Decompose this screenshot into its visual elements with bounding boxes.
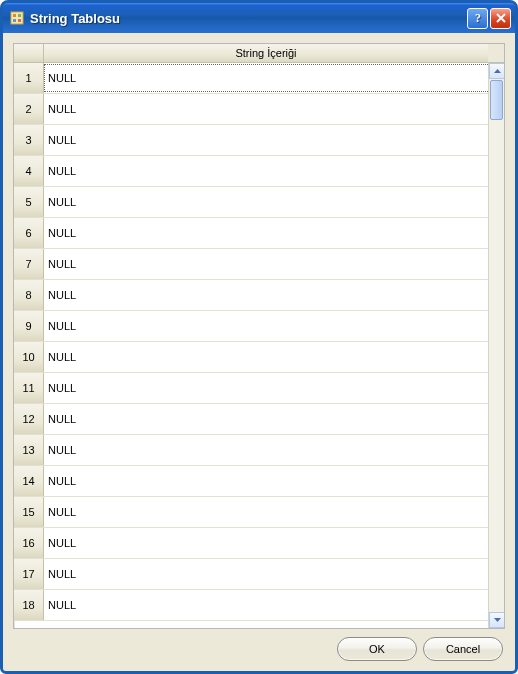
table-row[interactable]: 11NULL bbox=[14, 373, 488, 404]
table-row[interactable]: 3NULL bbox=[14, 125, 488, 156]
cell-value[interactable]: NULL bbox=[44, 528, 488, 558]
row-header[interactable]: 4 bbox=[14, 156, 44, 186]
cell-value[interactable]: NULL bbox=[44, 497, 488, 527]
svg-rect-2 bbox=[18, 14, 21, 17]
table-row[interactable]: 16NULL bbox=[14, 528, 488, 559]
cell-value[interactable]: NULL bbox=[44, 94, 488, 124]
scroll-up-button[interactable] bbox=[489, 63, 504, 79]
window-title: String Tablosu bbox=[30, 11, 467, 26]
cell-value[interactable]: NULL bbox=[44, 404, 488, 434]
table-row[interactable]: 15NULL bbox=[14, 497, 488, 528]
cell-value[interactable]: NULL bbox=[44, 156, 488, 186]
cell-value[interactable]: NULL bbox=[44, 466, 488, 496]
scroll-thumb[interactable] bbox=[490, 80, 503, 120]
row-header[interactable]: 1 bbox=[14, 63, 44, 93]
cell-value[interactable]: NULL bbox=[44, 218, 488, 248]
svg-rect-1 bbox=[13, 14, 16, 17]
row-header[interactable]: 13 bbox=[14, 435, 44, 465]
cell-value[interactable]: NULL bbox=[44, 187, 488, 217]
table-row[interactable]: 1NULL bbox=[14, 63, 488, 94]
row-header[interactable]: 6 bbox=[14, 218, 44, 248]
table-row[interactable]: 10NULL bbox=[14, 342, 488, 373]
cell-value[interactable]: NULL bbox=[44, 435, 488, 465]
row-header[interactable]: 2 bbox=[14, 94, 44, 124]
row-header[interactable]: 8 bbox=[14, 280, 44, 310]
titlebar[interactable]: String Tablosu ? bbox=[3, 3, 515, 33]
row-header[interactable]: 18 bbox=[14, 590, 44, 620]
close-button[interactable] bbox=[490, 8, 511, 29]
row-header[interactable]: 3 bbox=[14, 125, 44, 155]
cancel-button[interactable]: Cancel bbox=[423, 637, 503, 661]
app-icon bbox=[9, 10, 25, 26]
table-row[interactable]: 7NULL bbox=[14, 249, 488, 280]
table-row[interactable]: 17NULL bbox=[14, 559, 488, 590]
table-row[interactable]: 8NULL bbox=[14, 280, 488, 311]
row-header[interactable]: 5 bbox=[14, 187, 44, 217]
svg-rect-4 bbox=[18, 19, 21, 22]
row-header[interactable]: 16 bbox=[14, 528, 44, 558]
row-header[interactable]: 7 bbox=[14, 249, 44, 279]
cell-value[interactable]: NULL bbox=[44, 342, 488, 372]
row-header[interactable]: 11 bbox=[14, 373, 44, 403]
svg-text:?: ? bbox=[475, 12, 481, 24]
cell-value[interactable]: NULL bbox=[44, 280, 488, 310]
table-row[interactable]: 2NULL bbox=[14, 94, 488, 125]
dialog-window: String Tablosu ? String İçeriği 1NULL2NU… bbox=[0, 0, 518, 674]
string-grid: String İçeriği 1NULL2NULL3NULL4NULL5NULL… bbox=[13, 43, 505, 629]
table-row[interactable]: 13NULL bbox=[14, 435, 488, 466]
table-row[interactable]: 18NULL bbox=[14, 590, 488, 621]
svg-rect-0 bbox=[11, 12, 23, 24]
row-header[interactable]: 14 bbox=[14, 466, 44, 496]
cell-value[interactable]: NULL bbox=[44, 249, 488, 279]
ok-button[interactable]: OK bbox=[337, 637, 417, 661]
cell-value[interactable]: NULL bbox=[44, 373, 488, 403]
client-area: String İçeriği 1NULL2NULL3NULL4NULL5NULL… bbox=[3, 33, 515, 671]
cell-value[interactable]: NULL bbox=[44, 559, 488, 589]
svg-rect-3 bbox=[13, 19, 16, 22]
grid-header: String İçeriği bbox=[14, 44, 504, 63]
help-button[interactable]: ? bbox=[467, 8, 488, 29]
row-header[interactable]: 9 bbox=[14, 311, 44, 341]
row-header[interactable]: 17 bbox=[14, 559, 44, 589]
table-row[interactable]: 12NULL bbox=[14, 404, 488, 435]
cell-value[interactable]: NULL bbox=[44, 590, 488, 620]
cell-value[interactable]: NULL bbox=[44, 311, 488, 341]
scroll-down-button[interactable] bbox=[489, 612, 504, 628]
cell-value[interactable]: NULL bbox=[44, 64, 488, 92]
grid-body: 1NULL2NULL3NULL4NULL5NULL6NULL7NULL8NULL… bbox=[14, 63, 504, 628]
titlebar-buttons: ? bbox=[467, 8, 511, 29]
table-row[interactable]: 5NULL bbox=[14, 187, 488, 218]
table-row[interactable]: 9NULL bbox=[14, 311, 488, 342]
row-header[interactable]: 10 bbox=[14, 342, 44, 372]
table-row[interactable]: 6NULL bbox=[14, 218, 488, 249]
column-header[interactable]: String İçeriği bbox=[44, 44, 488, 62]
row-header[interactable]: 15 bbox=[14, 497, 44, 527]
table-row[interactable]: 14NULL bbox=[14, 466, 488, 497]
table-row[interactable]: 4NULL bbox=[14, 156, 488, 187]
grid-corner bbox=[14, 44, 44, 62]
vertical-scrollbar[interactable] bbox=[488, 63, 504, 628]
cell-value[interactable]: NULL bbox=[44, 125, 488, 155]
row-header[interactable]: 12 bbox=[14, 404, 44, 434]
button-bar: OK Cancel bbox=[13, 629, 505, 663]
